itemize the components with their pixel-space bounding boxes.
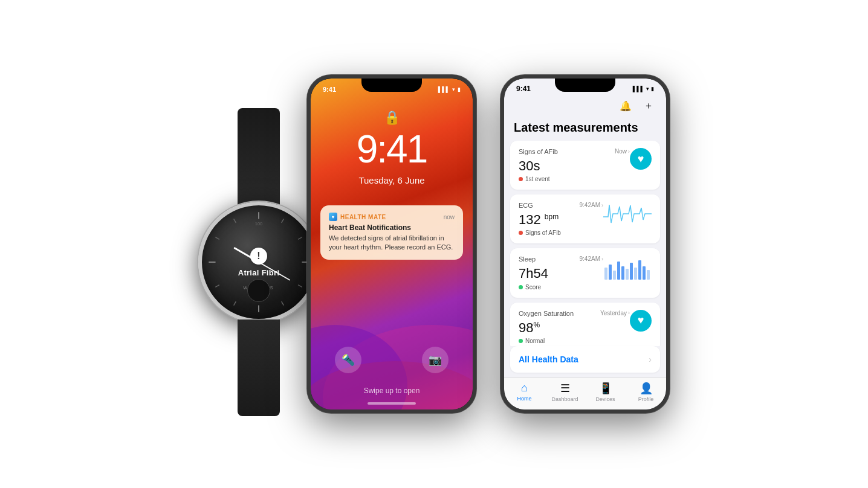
lock-status-icons: ▌▌▌ ▾ ▮ [438,86,461,92]
camera-icon[interactable]: 📷 [422,347,449,373]
all-health-chevron: › [649,355,652,364]
sleep-status: Score [519,284,603,291]
health-mate-icon: ♥ [329,213,337,221]
sleep-time: 9:42AM › [580,255,603,262]
sleep-label: Sleep [519,255,536,263]
afib-status: 1st event [519,176,630,182]
tab-home[interactable]: ⌂ Home [510,382,540,402]
watch-hour-hand [233,247,259,263]
notification-title: Heart Beat Notifications [329,223,455,232]
svg-rect-22 [626,269,629,280]
all-health-label: All Health Data [519,355,578,364]
scene: 100 50 ! Atrial Fibri WITHINGS [0,0,868,488]
svg-rect-21 [621,266,624,280]
oxygen-card[interactable]: Oxygen Saturation Yesterday › 98% Normal… [510,303,660,346]
bell-button[interactable]: 🔔 [618,98,633,114]
tab-devices[interactable]: 📱 Devices [591,382,621,402]
health-cards-list: Signs of AFib Now › 30s 1st event ♥ [504,141,666,346]
lock-date: Tuesday, 6 June [311,175,473,185]
oxygen-header-row: Oxygen Saturation Yesterday › [519,310,630,317]
ecg-card-left: ECG 9:42AM › 132 bpm Signs of AFib [519,202,603,236]
health-top-bar: 🔔 ＋ [504,95,666,118]
watch: 100 50 ! Atrial Fibri WITHINGS [198,202,319,323]
oxygen-heart-icon: ♥ [630,310,652,332]
ecg-card[interactable]: ECG 9:42AM › 132 bpm Signs of AFib [510,194,660,243]
all-health-data-row[interactable]: All Health Data › [510,346,660,373]
oxygen-status: Normal [519,338,630,344]
signal-icon: ▌▌▌ [438,86,450,92]
tab-profile[interactable]: 👤 Profile [631,382,661,402]
oxygen-card-right: ♥ [630,310,652,332]
ecg-card-right [603,202,652,226]
sleep-value: 7h54 [519,266,603,281]
notification-header: ♥ HEALTH MATE now [329,213,455,221]
sleep-card-left: Sleep 9:42AM › 7h54 Score [519,255,603,290]
watch-band-top [238,108,280,205]
svg-rect-25 [638,260,641,280]
lock-icon: 🔒 [384,110,400,126]
profile-tab-label: Profile [638,396,654,402]
home-tab-label: Home [517,396,531,402]
sleep-chart-svg [603,255,652,280]
notification-body: We detected signs of atrial fibrillation… [329,234,455,252]
svg-rect-27 [647,270,650,280]
oxygen-status-dot [519,339,523,343]
ecg-header-row: ECG 9:42AM › [519,202,603,209]
dashboard-tab-label: Dashboard [551,396,578,402]
phone-notch-left [361,79,422,92]
health-title: Latest measurements [504,118,666,141]
lock-bottom-icons: 🔦 📷 [311,347,473,373]
afib-card-right: ♥ [630,148,652,170]
ecg-value: 132 bpm [519,213,603,227]
tab-dashboard[interactable]: ☰ Dashboard [550,382,580,402]
watch-band-bottom [238,319,280,416]
lock-status-time: 9:41 [323,86,336,93]
devices-tab-icon: 📱 [599,382,612,395]
afib-heart-icon: ♥ [630,148,652,170]
watch-hands [202,205,316,319]
sleep-status-text: Score [525,284,541,291]
watch-body: 100 50 ! Atrial Fibri WITHINGS [198,202,319,323]
health-status-icons: ▌▌▌ ▾ ▮ [633,86,654,92]
swipe-text: Swipe up to open [311,387,473,395]
health-status-time: 9:41 [516,85,531,93]
afib-card-left: Signs of AFib Now › 30s 1st event [519,148,630,182]
ecg-status-dot [519,231,523,235]
svg-rect-19 [613,271,616,280]
sleep-card[interactable]: Sleep 9:42AM › 7h54 Score [510,248,660,297]
notification-app-name: HEALTH MATE [340,214,386,220]
home-indicator-left [368,402,416,405]
ecg-status: Signs of AFib [519,230,603,236]
afib-time: Now › [615,148,630,155]
afib-card[interactable]: Signs of AFib Now › 30s 1st event ♥ [510,141,660,190]
svg-rect-17 [604,268,607,280]
oxygen-status-text: Normal [525,338,545,344]
notification-card: ♥ HEALTH MATE now Heart Beat Notificatio… [320,205,463,260]
watch-minute-hand [259,262,291,281]
svg-rect-23 [630,263,633,280]
devices-tab-label: Devices [595,396,615,402]
svg-rect-24 [634,268,637,280]
health-battery-icon: ▮ [651,86,654,92]
afib-status-text: 1st event [525,176,550,182]
sleep-status-dot [519,285,523,289]
oxygen-label: Oxygen Saturation [519,310,574,317]
flashlight-icon[interactable]: 🔦 [335,347,361,373]
health-wifi-icon: ▾ [646,86,649,92]
lock-time: 9:41 [311,127,473,172]
sleep-card-right [603,255,652,280]
wifi-icon: ▾ [452,86,455,92]
watch-center-dot [256,260,261,265]
svg-rect-18 [609,265,612,280]
afib-value: 30s [519,159,630,173]
oxygen-card-left: Oxygen Saturation Yesterday › 98% Normal [519,310,630,344]
notification-app-row: ♥ HEALTH MATE [329,213,386,221]
battery-icon: ▮ [458,86,461,92]
svg-rect-26 [643,266,646,280]
plus-button[interactable]: ＋ [641,98,656,114]
oxygen-time: Yesterday › [600,310,630,316]
home-tab-icon: ⌂ [521,382,528,394]
health-signal-icon: ▌▌▌ [633,86,644,92]
phone-health-app: 9:41 ▌▌▌ ▾ ▮ 🔔 ＋ Latest measurements [500,75,670,413]
ecg-chart-svg [603,202,652,226]
